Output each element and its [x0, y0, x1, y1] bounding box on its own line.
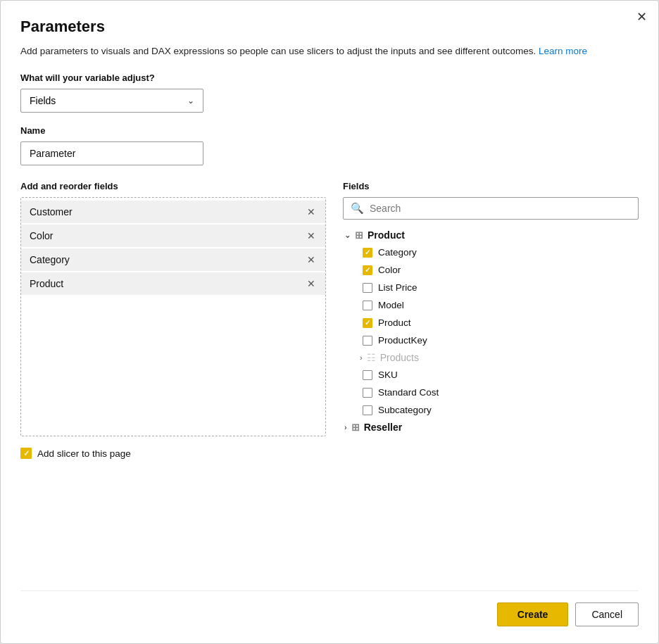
field-product-label: Product — [30, 278, 306, 289]
dialog-title: Parameters — [20, 18, 639, 36]
dialog-description: Add parameters to visuals and DAX expres… — [20, 44, 639, 58]
reseller-group-header[interactable]: › ⊞ Reseller — [343, 419, 637, 436]
model-label: Model — [378, 300, 637, 310]
variable-section: What will your variable adjust? Fields ⌄ — [20, 72, 639, 113]
sku-label: SKU — [378, 370, 637, 380]
listprice-label: List Price — [378, 282, 637, 293]
list-item[interactable]: Category ✕ — [21, 248, 325, 271]
chevron-down-icon: ⌄ — [187, 96, 194, 106]
category-label: Category — [378, 247, 637, 258]
color-label: Color — [378, 265, 637, 275]
variable-label: What will your variable adjust? — [20, 72, 639, 83]
variable-dropdown[interactable]: Fields ⌄ — [20, 89, 203, 113]
product-checkbox[interactable] — [363, 318, 372, 328]
tree-item-standardcost[interactable]: Standard Cost — [343, 384, 637, 401]
productkey-label: ProductKey — [378, 335, 637, 346]
remove-customer-button[interactable]: ✕ — [306, 206, 317, 217]
products-subgroup-label: Products — [380, 352, 419, 363]
standardcost-checkbox[interactable] — [363, 388, 372, 398]
close-button[interactable]: ✕ — [636, 11, 647, 23]
tree-item-model[interactable]: Model — [343, 296, 637, 314]
product-label: Product — [378, 317, 637, 328]
name-section: Name — [20, 125, 639, 165]
create-button[interactable]: Create — [497, 602, 569, 626]
products-subgroup-header[interactable]: › ☷ Products — [343, 349, 637, 366]
tree-item-sku[interactable]: SKU — [343, 366, 637, 384]
category-checkbox[interactable] — [363, 248, 372, 258]
list-item[interactable]: Product ✕ — [21, 272, 325, 295]
listprice-checkbox[interactable] — [363, 283, 372, 293]
add-slicer-row[interactable]: Add slicer to this page — [20, 448, 326, 459]
product-group-header[interactable]: ⌄ ⊞ Product — [343, 227, 637, 244]
color-checkbox[interactable] — [363, 265, 372, 275]
right-panel: Fields 🔍 ⌄ ⊞ Product — [343, 181, 639, 574]
selected-fields-list: Customer ✕ Color ✕ Category ✕ Product ✕ — [20, 197, 326, 436]
add-slicer-label: Add slicer to this page — [37, 448, 131, 459]
field-category-label: Category — [30, 254, 306, 265]
chevron-right-icon: › — [344, 423, 347, 431]
productkey-checkbox[interactable] — [363, 336, 372, 346]
two-column-layout: Add and reorder fields Customer ✕ Color … — [20, 181, 639, 574]
field-color-label: Color — [30, 230, 306, 241]
learn-more-link[interactable]: Learn more — [539, 46, 587, 56]
list-item[interactable]: Customer ✕ — [21, 201, 325, 223]
reseller-group-label: Reseller — [364, 422, 402, 433]
name-input[interactable] — [20, 141, 203, 165]
name-label: Name — [20, 125, 639, 136]
product-group-label: Product — [368, 229, 405, 241]
sku-checkbox[interactable] — [363, 370, 372, 380]
remove-color-button[interactable]: ✕ — [306, 230, 317, 241]
search-box: 🔍 — [343, 197, 639, 220]
remove-category-button[interactable]: ✕ — [306, 254, 317, 265]
fields-tree: ⌄ ⊞ Product Category Color — [343, 227, 639, 574]
tree-item-productkey[interactable]: ProductKey — [343, 332, 637, 349]
dialog-footer: Create Cancel — [20, 591, 639, 626]
hierarchy-icon: ☷ — [367, 352, 376, 363]
tree-item-subcategory[interactable]: Subcategory — [343, 401, 637, 419]
remove-product-button[interactable]: ✕ — [306, 278, 317, 289]
model-checkbox[interactable] — [363, 301, 372, 310]
tree-item-category[interactable]: Category — [343, 244, 637, 261]
left-panel: Add and reorder fields Customer ✕ Color … — [20, 181, 326, 574]
table-icon: ⊞ — [351, 422, 360, 433]
tree-item-listprice[interactable]: List Price — [343, 279, 637, 296]
chevron-right-icon: › — [360, 353, 363, 362]
dropdown-value: Fields — [30, 95, 56, 106]
add-slicer-checkbox[interactable] — [20, 448, 32, 459]
parameters-dialog: ✕ Parameters Add parameters to visuals a… — [0, 0, 659, 644]
standardcost-label: Standard Cost — [378, 387, 637, 398]
fields-panel-label: Fields — [343, 181, 639, 191]
cancel-button[interactable]: Cancel — [575, 602, 639, 626]
subcategory-label: Subcategory — [378, 405, 637, 415]
tree-item-color[interactable]: Color — [343, 261, 637, 279]
search-input[interactable] — [370, 203, 631, 214]
table-icon: ⊞ — [355, 229, 363, 241]
tree-item-product[interactable]: Product — [343, 314, 637, 332]
fields-tree-wrap: ⌄ ⊞ Product Category Color — [343, 227, 639, 574]
chevron-down-icon: ⌄ — [344, 231, 351, 240]
add-reorder-label: Add and reorder fields — [20, 181, 326, 191]
subcategory-checkbox[interactable] — [363, 405, 372, 415]
field-customer-label: Customer — [30, 206, 306, 217]
search-icon: 🔍 — [351, 202, 364, 215]
list-item[interactable]: Color ✕ — [21, 225, 325, 247]
